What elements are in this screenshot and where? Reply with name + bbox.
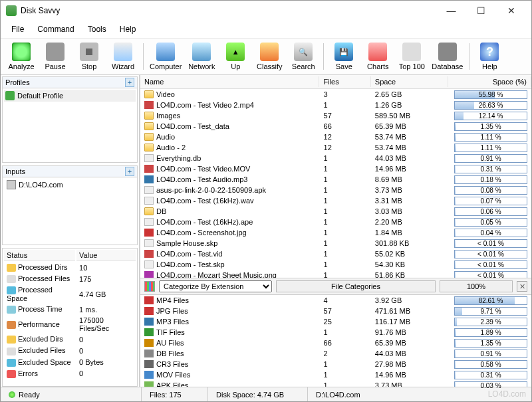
computer-button[interactable]: Computer bbox=[147, 41, 184, 72]
pct-bar: 1.35 % bbox=[454, 122, 527, 131]
file-row[interactable]: Everything.db 1 44.03 MB 0.91 % bbox=[140, 153, 531, 163]
classify-button[interactable]: Classify bbox=[253, 41, 286, 72]
col-space-pct[interactable]: Space (%) bbox=[448, 76, 531, 87]
file-row[interactable]: LO4D.com - Test_data 66 65.39 MB 1.35 % bbox=[140, 121, 531, 132]
file-row[interactable]: LO4D.com - Test (16kHz).ape 1 2.20 MB 0.… bbox=[140, 217, 531, 227]
file-space: 3.73 MB bbox=[371, 186, 448, 194]
file-space: 589.50 MB bbox=[371, 112, 448, 120]
col-files[interactable]: Files bbox=[319, 76, 370, 87]
file-row[interactable]: DB 1 3.03 MB 0.06 % bbox=[140, 206, 531, 217]
file-list[interactable]: Video 3 2.65 GB 55.98 %LO4D.com - Test V… bbox=[140, 89, 531, 278]
add-input-button[interactable]: + bbox=[125, 167, 134, 176]
statusbar: Ready Files: 175 Disk Space: 4.74 GB D:\… bbox=[1, 387, 531, 401]
file-row[interactable]: Video 3 2.65 GB 55.98 % bbox=[140, 89, 531, 100]
file-row[interactable]: AU Files 66 65.39 MB 1.35 % bbox=[140, 338, 531, 348]
file-name: JPG Files bbox=[156, 307, 188, 315]
col-space[interactable]: Space bbox=[371, 76, 448, 87]
file-categories-button[interactable]: File Categories bbox=[276, 280, 436, 292]
category-pct-button[interactable]: 100% bbox=[440, 280, 513, 292]
drive-icon bbox=[7, 180, 16, 189]
add-profile-button[interactable]: + bbox=[125, 78, 134, 87]
file-space: 54.30 KB bbox=[371, 260, 448, 268]
file-row[interactable]: LO4D.com - Test (16kHz).wav 1 3.31 MB 0.… bbox=[140, 195, 531, 206]
pause-icon bbox=[46, 43, 65, 61]
pause-button[interactable]: Pause bbox=[39, 41, 72, 72]
top100-button[interactable]: Top 100 bbox=[395, 41, 428, 72]
file-row[interactable]: LO4D.com - Test Video 2.mp4 1 1.26 GB 26… bbox=[140, 100, 531, 110]
up-button[interactable]: ▲Up bbox=[219, 41, 252, 72]
file-row[interactable]: Audio - 2 12 53.74 MB 1.11 % bbox=[140, 142, 531, 153]
file-name: LO4D.com - Test Audio.mp3 bbox=[156, 175, 247, 183]
file-row[interactable]: MP4 Files 4 3.92 GB 82.61 % bbox=[140, 295, 531, 306]
file-name: LO4D.com - Mozart Sheet Music.png bbox=[156, 271, 277, 278]
file-count: 1 bbox=[320, 371, 371, 379]
database-button[interactable]: Database bbox=[429, 41, 466, 72]
input-row[interactable]: D:\LO4D.com bbox=[4, 179, 136, 191]
file-count: 1 bbox=[320, 250, 371, 258]
watermark: LO4D.com bbox=[488, 389, 526, 399]
stop-button[interactable]: Stop bbox=[72, 41, 106, 72]
categorize-icon[interactable] bbox=[144, 281, 155, 292]
file-name: DB bbox=[156, 207, 166, 215]
col-name[interactable]: Name bbox=[140, 76, 319, 87]
file-row[interactable]: LO4D.com - Test.skp 1 54.30 KB < 0.01 % bbox=[140, 259, 531, 270]
file-space: 53.74 MB bbox=[371, 144, 448, 151]
menu-command[interactable]: Command bbox=[31, 22, 80, 37]
analyze-button[interactable]: Analyze bbox=[5, 41, 38, 72]
wizard-icon bbox=[114, 43, 132, 61]
categorize-select[interactable]: Categorize By Extension bbox=[159, 280, 272, 292]
category-close-button[interactable]: ✕ bbox=[517, 281, 527, 292]
vid-icon bbox=[144, 250, 154, 258]
search-button[interactable]: 🔍Search bbox=[287, 41, 320, 72]
file-icon bbox=[144, 154, 154, 162]
menu-tools[interactable]: Tools bbox=[81, 22, 113, 37]
file-row[interactable]: Sample House.skp 1 301.88 KB < 0.01 % bbox=[140, 238, 531, 249]
network-button[interactable]: Network bbox=[185, 41, 218, 72]
jpg-icon bbox=[144, 307, 154, 315]
mp3-icon bbox=[144, 318, 154, 326]
close-button[interactable]: ✕ bbox=[496, 1, 526, 20]
file-count: 1 bbox=[320, 271, 371, 278]
file-row[interactable]: LO4D.com - Test.vid 1 55.02 KB < 0.01 % bbox=[140, 249, 531, 259]
status-col-value[interactable]: Value bbox=[76, 250, 136, 261]
file-row[interactable]: LO4D.com - Mozart Sheet Music.png 1 51.8… bbox=[140, 270, 531, 278]
maximize-button[interactable]: ☐ bbox=[466, 1, 496, 20]
pct-bar: 55.98 % bbox=[454, 90, 527, 99]
wizard-button[interactable]: Wizard bbox=[106, 41, 140, 72]
menu-help[interactable]: Help bbox=[113, 22, 143, 37]
status-row: Excluded Dirs0 bbox=[4, 334, 136, 344]
network-icon bbox=[192, 43, 211, 61]
category-list[interactable]: MP4 Files 4 3.92 GB 82.61 %JPG Files 57 … bbox=[140, 295, 531, 388]
file-row[interactable]: LO4D.com - Test Video.MOV 1 14.96 MB 0.3… bbox=[140, 163, 531, 174]
pct-bar: 9.71 % bbox=[454, 307, 527, 316]
profile-row[interactable]: Default Profile bbox=[4, 90, 136, 102]
file-row[interactable]: LO4D.com - Screenshot.jpg 1 1.84 MB 0.04… bbox=[140, 227, 531, 238]
file-space: 471.61 MB bbox=[371, 307, 448, 315]
help-button[interactable]: ?Help bbox=[473, 41, 506, 72]
pct-bar: 0.31 % bbox=[454, 371, 527, 379]
charts-button[interactable]: Charts bbox=[361, 41, 394, 72]
file-row[interactable]: LO4D.com - Test Audio.mp3 1 8.69 MB 0.18… bbox=[140, 174, 531, 185]
file-row[interactable]: DB Files 2 44.03 MB 0.91 % bbox=[140, 348, 531, 359]
file-row[interactable]: asus-pc-link-2-0-0-22-150909.apk 1 3.73 … bbox=[140, 185, 531, 195]
file-space: 8.69 MB bbox=[371, 175, 448, 183]
file-row[interactable]: MOV Files 1 14.96 MB 0.31 % bbox=[140, 369, 531, 380]
jpg-icon bbox=[144, 229, 154, 237]
file-row[interactable]: Images 57 589.50 MB 12.14 % bbox=[140, 110, 531, 121]
file-row[interactable]: TIF Files 1 91.76 MB 1.89 % bbox=[140, 327, 531, 338]
file-name: Everything.db bbox=[156, 154, 201, 162]
file-row[interactable]: CR3 Files 1 27.98 MB 0.58 % bbox=[140, 359, 531, 369]
file-count: 12 bbox=[320, 133, 371, 141]
minimize-button[interactable]: — bbox=[436, 1, 466, 20]
status-row: Process Time1 ms. bbox=[4, 304, 136, 314]
status-led-icon bbox=[9, 391, 15, 398]
status-col-status[interactable]: Status bbox=[4, 250, 75, 261]
tif-icon bbox=[144, 328, 154, 336]
db-icon bbox=[144, 350, 154, 357]
toolbar: Analyze Pause Stop Wizard Computer Netwo… bbox=[1, 39, 531, 75]
file-row[interactable]: Audio 12 53.74 MB 1.11 % bbox=[140, 132, 531, 142]
file-row[interactable]: MP3 Files 25 116.17 MB 2.39 % bbox=[140, 316, 531, 327]
file-row[interactable]: JPG Files 57 471.61 MB 9.71 % bbox=[140, 306, 531, 316]
menu-file[interactable]: File bbox=[5, 22, 31, 37]
save-button[interactable]: 💾Save bbox=[327, 41, 360, 72]
